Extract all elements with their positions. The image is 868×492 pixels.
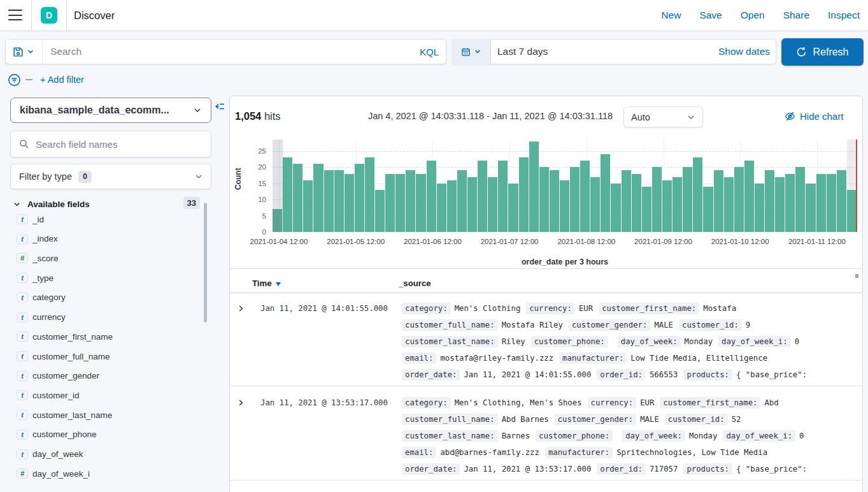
refresh-button[interactable]: Refresh xyxy=(781,38,864,66)
field-item-day_of_week[interactable]: tday_of_week xyxy=(17,447,83,461)
date-quick-menu-button[interactable] xyxy=(452,39,491,64)
source-field-name: customer_id: xyxy=(679,319,742,331)
histogram-bar xyxy=(385,174,395,232)
x-tick-label: 2021-01-05 12:00 xyxy=(318,238,394,245)
histogram-bar xyxy=(508,184,518,232)
time-range-value[interactable]: Last 7 days xyxy=(491,46,718,57)
filter-by-type-select[interactable]: Filter by type 0 xyxy=(10,164,211,189)
field-item-customer_id[interactable]: tcustomer_id xyxy=(17,388,80,402)
histogram-bar xyxy=(632,174,641,232)
source-field-value: { "base_price": xyxy=(736,465,807,474)
field-item-customer_full_name[interactable]: tcustomer_full_name xyxy=(17,349,110,363)
menu-icon[interactable] xyxy=(8,9,22,22)
filter-bar: + Add filter xyxy=(8,71,262,88)
query-language-button[interactable]: KQL xyxy=(420,47,446,57)
source-field-name: email: xyxy=(402,352,436,364)
histogram-bar xyxy=(498,161,508,232)
expand-row-icon[interactable] xyxy=(237,399,245,407)
histogram-bar xyxy=(847,190,857,232)
field-item-customer_phone[interactable]: tcustomer_phone xyxy=(17,428,97,442)
section-divider xyxy=(230,268,862,269)
available-fields-header[interactable]: Available fields 33 xyxy=(13,197,211,211)
field-item-currency[interactable]: tcurrency xyxy=(17,310,66,324)
table-scrollbar[interactable] xyxy=(855,274,858,278)
histogram-bar xyxy=(755,184,764,232)
interval-select[interactable]: Auto xyxy=(623,106,703,127)
sort-descending-icon[interactable] xyxy=(276,282,281,286)
field-item-customer_gender[interactable]: tcustomer_gender xyxy=(17,369,99,383)
field-item-category[interactable]: tcategory xyxy=(17,291,66,305)
field-name: customer_phone xyxy=(32,430,97,439)
histogram-bar xyxy=(365,157,374,232)
histogram-bar xyxy=(601,154,610,232)
source-line: order_date:Jan 11, 2021 @ 14:01:55.000or… xyxy=(402,366,857,383)
field-item-_type[interactable]: t_type xyxy=(17,271,53,285)
nav-save[interactable]: Save xyxy=(699,10,722,21)
source-field-name: day_of_week_i: xyxy=(723,430,795,442)
source-field-value: MALE xyxy=(654,321,673,329)
source-line: email:mostafa@riley-family.zzzmanufactur… xyxy=(402,350,857,366)
field-item-_id[interactable]: t_id xyxy=(17,212,44,226)
nav-open[interactable]: Open xyxy=(741,10,765,21)
text-field-icon: t xyxy=(17,390,28,400)
source-field-name: currency: xyxy=(526,303,575,314)
discover-app-icon: D xyxy=(41,7,57,24)
nav-inspect[interactable]: Inspect xyxy=(828,10,860,21)
histogram-bar xyxy=(303,180,313,232)
histogram-bar xyxy=(283,157,292,232)
field-item-_index[interactable]: t_index xyxy=(17,232,58,246)
sidebar-scrollbar[interactable] xyxy=(204,203,207,322)
search-input[interactable]: Search xyxy=(43,46,420,57)
show-dates-button[interactable]: Show dates xyxy=(718,46,776,57)
saved-query-menu-button[interactable] xyxy=(5,39,43,64)
horizontal-gridline xyxy=(273,151,857,152)
source-field-value: Men's Clothing xyxy=(455,304,521,313)
source-field-value: 0 xyxy=(799,431,804,440)
histogram-bar xyxy=(703,187,713,232)
field-item-customer_last_name[interactable]: tcustomer_last_name xyxy=(17,408,112,422)
index-pattern-select[interactable]: kibana_sample_data_ecomm... xyxy=(10,98,211,123)
column-header-source: _source xyxy=(399,279,431,288)
field-item-day_of_week_i[interactable]: #day_of_week_i xyxy=(17,467,90,481)
source-field-name: currency: xyxy=(588,397,637,409)
nav-share[interactable]: Share xyxy=(783,10,809,21)
histogram-bar xyxy=(662,180,672,232)
nav-new[interactable]: New xyxy=(661,10,681,21)
date-picker: Last 7 days Show dates xyxy=(452,39,776,64)
histogram-bar xyxy=(837,170,846,232)
field-name: customer_last_name xyxy=(32,410,112,420)
field-item-customer_first_name[interactable]: tcustomer_first_name xyxy=(17,329,113,344)
add-filter-button[interactable]: + Add filter xyxy=(40,75,84,85)
expand-row-icon[interactable] xyxy=(237,305,245,312)
partial-bucket-band xyxy=(273,140,283,232)
histogram-bar xyxy=(816,174,826,232)
text-field-icon: t xyxy=(17,331,28,342)
histogram-bar xyxy=(488,177,497,232)
source-line: order_date:Jan 11, 2021 @ 13:53:17.000or… xyxy=(402,461,857,477)
column-header-time[interactable]: Time xyxy=(252,279,272,288)
filter-icon[interactable] xyxy=(8,73,21,87)
source-field-value: Monday xyxy=(685,337,713,346)
text-field-icon: t xyxy=(17,430,28,440)
hits-label: hits xyxy=(264,110,281,122)
time-range-readout: Jan 4, 2021 @ 14:03:31.118 - Jan 11, 202… xyxy=(362,109,618,123)
source-field-value: { "base_price": xyxy=(736,370,807,379)
text-field-icon: t xyxy=(17,410,28,420)
field-search-box[interactable]: Search field names xyxy=(10,131,211,157)
source-field-name: order_id: xyxy=(597,369,646,380)
source-field-value: 717057 xyxy=(650,465,678,474)
histogram-plot[interactable] xyxy=(273,140,857,232)
source-field-value: Spritechnologies, Low Tide Media xyxy=(616,448,767,457)
field-search-input[interactable]: Search field names xyxy=(29,139,117,150)
source-field-name: day_of_week: xyxy=(622,430,685,442)
search-bar[interactable]: Search KQL xyxy=(5,39,446,64)
histogram-bar xyxy=(611,184,620,232)
x-tick-label: 2021-01-09 12:00 xyxy=(625,238,702,245)
source-field-value: EUR xyxy=(579,304,593,313)
hide-chart-button[interactable]: Hide chart xyxy=(785,109,843,123)
field-item-_score[interactable]: #_score xyxy=(17,251,59,265)
collapse-sidebar-icon[interactable] xyxy=(215,101,225,112)
chevron-down-icon xyxy=(13,200,21,208)
histogram-bar xyxy=(590,177,600,232)
page-title: Discover xyxy=(74,0,115,31)
